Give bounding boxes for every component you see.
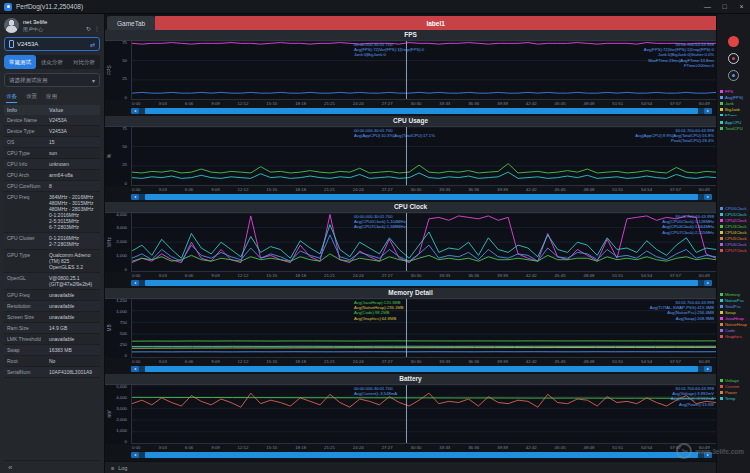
x-tick: 54:54 — [641, 101, 652, 106]
legend-graphics[interactable]: Graphics — [720, 333, 749, 339]
chart-stats-mid: 00:00.000-30:01.700Avg(FPS):72|Var(FPS):… — [354, 42, 424, 58]
x-tick: 9:09 — [211, 273, 220, 278]
legend-nativeheap[interactable]: NativeHeap — [720, 321, 749, 327]
legend-cpu4clock[interactable]: CPU4Clock — [720, 229, 749, 235]
x-tick: 51:51 — [612, 187, 623, 192]
legend-label: TotalPss — [725, 304, 741, 309]
row-label: Screen Size — [7, 314, 49, 320]
test-tab-[interactable]: 对比分析 — [68, 55, 100, 69]
test-tab-[interactable]: 优化分析 — [36, 55, 68, 69]
row-label: GPU Type — [7, 252, 49, 270]
pause-record-button[interactable] — [728, 53, 739, 64]
collapse-sidebar-button[interactable]: « — [8, 463, 12, 472]
log-label[interactable]: Log — [118, 465, 127, 471]
x-tick: 3:03 — [158, 359, 167, 364]
row-label: Ram Size — [7, 325, 49, 331]
tab-gametab[interactable]: GameTab — [107, 16, 155, 30]
chart-scrollbar[interactable]: ◂▸ — [131, 452, 712, 458]
mark-button[interactable] — [728, 70, 739, 81]
x-tick: 21:21 — [324, 187, 335, 192]
info-tab-[interactable]: 设置 — [26, 91, 37, 103]
legend-totalcpu[interactable]: TotalCPU — [720, 125, 749, 131]
chart-scrollbar[interactable]: ◂▸ — [131, 194, 712, 200]
scroll-right-icon[interactable]: ▸ — [704, 280, 712, 286]
x-axis-labels: 0:003:036:069:0912:1215:1518:1821:2124:2… — [105, 272, 716, 280]
legend-cpu0clock[interactable]: CPU0Clock — [720, 205, 749, 211]
chart-scrollbar[interactable]: ◂▸ — [131, 108, 712, 114]
info-tab-[interactable]: 应用 — [46, 91, 57, 103]
legend-color-swatch — [720, 385, 723, 388]
legend-cpu3clock[interactable]: CPU3Clock — [720, 223, 749, 229]
legend-cpu5clock[interactable]: CPU5Clock — [720, 235, 749, 241]
scrollbar-thumb[interactable] — [145, 194, 699, 200]
x-tick: 0:00 — [132, 445, 141, 450]
chevron-down-icon: ▾ — [92, 77, 95, 84]
x-tick: 57:57 — [670, 359, 681, 364]
refresh-icon[interactable]: ↻ — [86, 26, 91, 33]
cpu-usage-plot[interactable]: 30:01.700-60:43.998Avg(AppCPU):9.9%|Avg(… — [131, 127, 716, 186]
scrollbar-thumb[interactable] — [145, 366, 699, 372]
x-tick: 51:51 — [612, 359, 623, 364]
record-button[interactable] — [728, 36, 739, 47]
scrollbar-thumb[interactable] — [145, 280, 699, 286]
scroll-left-icon[interactable]: ◂ — [131, 366, 139, 372]
scrollbar-thumb[interactable] — [145, 452, 699, 458]
cpu-clock-plot[interactable]: 30:01.700-60:43.998Avg(CPU0Clock):1,128M… — [131, 213, 716, 272]
legend-color-swatch — [720, 397, 723, 400]
switch-device-icon[interactable]: ⇄ — [90, 41, 95, 48]
row-value: 15 — [49, 139, 97, 145]
maximize-button[interactable]: □ — [716, 0, 733, 13]
x-tick: 36:36 — [468, 445, 479, 450]
legend-color-swatch — [720, 207, 723, 210]
scroll-left-icon[interactable]: ◂ — [131, 194, 139, 200]
row-label: CPU Type — [7, 150, 49, 156]
x-tick: 45:45 — [555, 273, 566, 278]
row-label: Resolution — [7, 303, 49, 309]
fps-plot[interactable]: 30:01.700-60:43.998Avg(FPS):72|Var(FPS):… — [131, 41, 716, 100]
row-value: V2453A — [49, 128, 97, 134]
memory-detail-plot[interactable]: 30:01.700-60:43.998Avg(TOTAL-SWAP-PSS):4… — [131, 299, 716, 358]
scroll-right-icon[interactable]: ▸ — [704, 194, 712, 200]
minimize-button[interactable]: — — [699, 0, 716, 13]
x-tick: 18:18 — [295, 359, 306, 364]
more-icon[interactable]: ⋮ — [94, 26, 100, 33]
battery-plot[interactable]: 30:01.700-60:43.998Avg(Voltage):3,892mVA… — [131, 385, 716, 444]
x-tick: 6:06 — [185, 187, 194, 192]
scroll-left-icon[interactable]: ◂ — [131, 452, 139, 458]
scrollbar-thumb[interactable] — [145, 108, 699, 114]
row-value: 364MHz - 2016MHz 480MHz - 3015MHz 480MHz… — [49, 194, 97, 230]
x-tick: 27:27 — [382, 359, 393, 364]
legend-label: CPU3Clock — [725, 224, 747, 229]
chart-scrollbar[interactable]: ◂▸ — [131, 280, 712, 286]
row-value: 10AF4108L3001A9 — [49, 369, 97, 375]
legend-cpu6clock[interactable]: CPU6Clock — [720, 241, 749, 247]
chart-scrollbar[interactable]: ◂▸ — [131, 366, 712, 372]
scroll-left-icon[interactable]: ◂ — [131, 108, 139, 114]
legend-cpu2clock[interactable]: CPU2Clock — [720, 217, 749, 223]
scroll-right-icon[interactable]: ▸ — [704, 366, 712, 372]
stat-line: Avg(Graphics):64.8MB — [354, 316, 404, 321]
user-row[interactable]: net 3elife 用户中心 ↻ ⋮ — [4, 18, 100, 33]
x-tick: 9:09 — [211, 187, 220, 192]
menu-icon[interactable]: ≡ — [111, 465, 114, 471]
y-axis-ticks: 4,0003,0002,0001,0000 — [112, 214, 129, 271]
row-label: CPU Info — [7, 161, 49, 167]
test-tab-[interactable]: 常规测试 — [4, 55, 36, 69]
legend-label: Code — [725, 328, 735, 333]
x-tick: 30:30 — [410, 187, 421, 192]
legend-temp[interactable]: Temp — [720, 395, 749, 401]
user-center-label[interactable]: 用户中心 — [23, 26, 43, 33]
y-tick: 50 — [122, 144, 127, 149]
legend-cpu7clock[interactable]: CPU7Clock — [720, 247, 749, 253]
app-select-dropdown[interactable]: 请选择测试应用 ▾ — [4, 73, 100, 87]
table-row: CPU Cluster0-1:2016MHz 2-7:2803MHz — [4, 233, 100, 250]
device-selector[interactable]: V2453A ⇄ — [4, 37, 100, 51]
y-tick: 75 — [122, 40, 127, 45]
legend-cpu1clock[interactable]: CPU1Clock — [720, 211, 749, 217]
info-tab-[interactable]: 设备 — [6, 91, 17, 103]
close-button[interactable]: × — [733, 0, 750, 13]
legend-color-swatch — [720, 114, 723, 117]
scroll-left-icon[interactable]: ◂ — [131, 280, 139, 286]
scroll-right-icon[interactable]: ▸ — [704, 108, 712, 114]
table-row: Device TypeV2453A — [4, 126, 100, 137]
